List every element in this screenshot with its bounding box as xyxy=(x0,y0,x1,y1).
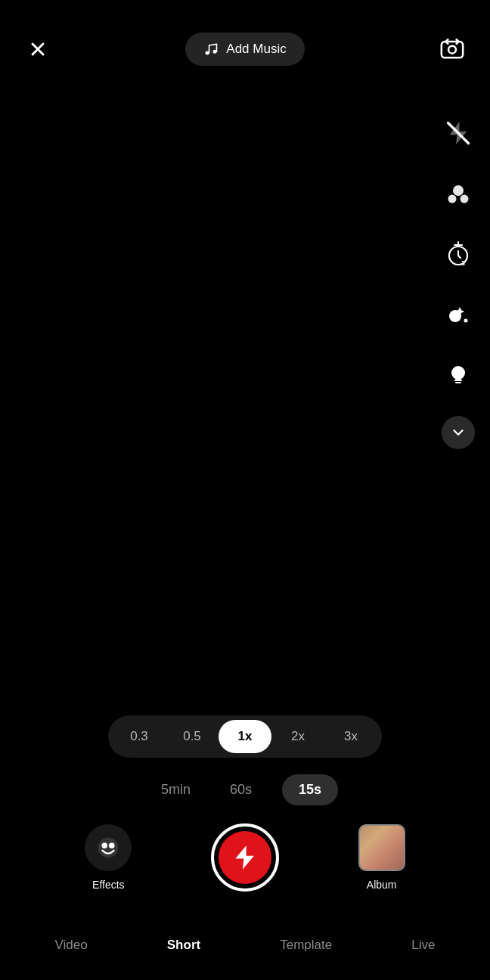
nav-template[interactable]: Template xyxy=(268,932,344,959)
camera-row: Effects Album xyxy=(0,823,490,892)
speed-3x-button[interactable]: 3x xyxy=(324,720,377,753)
svg-point-12 xyxy=(451,366,465,380)
speed-0.5-button[interactable]: 0.5 xyxy=(166,720,219,753)
bulb-icon xyxy=(445,361,472,389)
svg-point-15 xyxy=(102,842,108,848)
nav-video[interactable]: Video xyxy=(43,932,100,959)
album-thumbnail xyxy=(358,824,405,871)
speed-controls: 0.3 0.5 1x 2x 3x xyxy=(108,715,382,758)
bottom-nav: Video Short Template Live xyxy=(0,932,490,980)
svg-point-7 xyxy=(461,195,469,203)
svg-text:3: 3 xyxy=(461,259,465,267)
album-thumb-image xyxy=(360,826,404,870)
speed-2x-button[interactable]: 2x xyxy=(271,720,324,753)
album-label: Album xyxy=(367,879,397,891)
svg-point-16 xyxy=(109,842,115,848)
svg-rect-2 xyxy=(442,42,463,57)
album-button[interactable]: Album xyxy=(358,824,405,891)
magic-eraser-button[interactable] xyxy=(439,295,478,334)
timer-button[interactable]: 3 xyxy=(439,234,478,274)
svg-point-6 xyxy=(448,195,457,203)
flash-off-button[interactable] xyxy=(439,113,478,153)
effects-button[interactable]: Effects xyxy=(85,824,132,891)
svg-point-3 xyxy=(448,46,456,54)
svg-point-1 xyxy=(213,50,217,54)
record-inner xyxy=(219,831,271,884)
nav-short[interactable]: Short xyxy=(155,932,212,959)
duration-5min-button[interactable]: 5min xyxy=(152,776,200,804)
duration-15s-button[interactable]: 15s xyxy=(282,774,338,805)
flash-off-icon xyxy=(445,119,472,147)
chevron-down-icon xyxy=(450,424,467,441)
speed-1x-button[interactable]: 1x xyxy=(219,720,271,753)
duration-controls: 5min 60s 15s xyxy=(152,774,338,805)
magic-icon xyxy=(445,301,472,328)
add-music-label: Add Music xyxy=(226,42,286,57)
lightning-bolt-icon xyxy=(231,843,259,872)
speed-0.3-button[interactable]: 0.3 xyxy=(113,720,166,753)
svg-point-14 xyxy=(98,838,118,858)
flip-camera-button[interactable] xyxy=(436,33,469,66)
duration-60s-button[interactable]: 60s xyxy=(221,776,261,804)
nav-live[interactable]: Live xyxy=(399,932,447,959)
effects-icon xyxy=(85,824,132,871)
more-options-button[interactable] xyxy=(442,416,475,449)
viewfinder xyxy=(0,0,490,693)
svg-point-0 xyxy=(206,51,209,55)
add-music-button[interactable]: Add Music xyxy=(185,33,304,66)
close-button[interactable] xyxy=(21,33,54,66)
bottom-area: 0.3 0.5 1x 2x 3x 5min 60s 15s Effects xyxy=(0,693,490,980)
flip-camera-icon xyxy=(439,36,465,62)
music-icon xyxy=(203,42,219,57)
right-sidebar: 3 xyxy=(439,113,478,449)
svg-point-5 xyxy=(453,185,464,196)
svg-rect-13 xyxy=(455,379,461,380)
record-button[interactable] xyxy=(211,823,279,892)
svg-point-11 xyxy=(464,319,468,323)
bulb-button[interactable] xyxy=(439,355,478,395)
bubbles-icon xyxy=(445,180,472,207)
beauty-effects-button[interactable] xyxy=(439,174,478,213)
effects-label: Effects xyxy=(92,879,125,891)
top-bar: Add Music xyxy=(0,0,490,98)
timer-icon: 3 xyxy=(445,240,472,268)
